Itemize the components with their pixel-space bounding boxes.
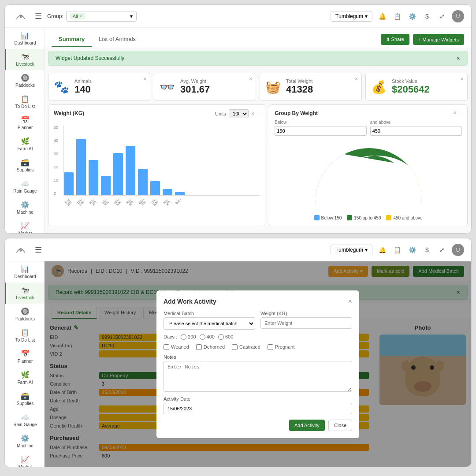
sidebar-item-todolist[interactable]: 📋 To Do List bbox=[5, 91, 44, 112]
below-value-input[interactable] bbox=[275, 126, 366, 136]
tab-summary[interactable]: Summary bbox=[52, 32, 92, 47]
bottom-settings-icon[interactable]: ⚙️ bbox=[407, 245, 417, 255]
widget-animals-close[interactable]: × bbox=[143, 76, 146, 82]
notifications-icon[interactable]: 🔔 bbox=[377, 11, 387, 22]
activity-date-input[interactable] bbox=[164, 403, 352, 414]
avgweight-icon: 👓 bbox=[160, 80, 175, 94]
bottom-header-right: Tumblegum 🔔 📋 ⚙️ $ ⤢ U bbox=[331, 244, 464, 256]
bottom-hamburger-icon[interactable]: ☰ bbox=[35, 245, 42, 255]
hamburger-icon[interactable]: ☰ bbox=[35, 11, 42, 21]
sidebar-item-farmai[interactable]: 🌿 Farm AI bbox=[5, 134, 44, 155]
bottom-sidebar-farmai[interactable]: 🌿 Farm AI bbox=[5, 367, 44, 388]
widget-avgweight-close[interactable]: × bbox=[249, 76, 252, 82]
bottom-sidebar-dashboard[interactable]: 📊 Dashboard bbox=[5, 261, 44, 283]
and-above-input[interactable] bbox=[370, 126, 462, 136]
reports-icon[interactable]: 📋 bbox=[392, 11, 402, 22]
group-chart-controls: × − bbox=[454, 109, 463, 116]
sidebar-item-raingauge[interactable]: ☁️ Rain Gauge bbox=[5, 176, 44, 197]
fullscreen-icon[interactable]: ⤢ bbox=[437, 11, 447, 22]
b-paddocks-icon: 🔘 bbox=[21, 307, 30, 316]
activity-date-label: Activity Date bbox=[164, 396, 352, 402]
units-select[interactable]: 100 bbox=[229, 109, 249, 118]
bottom-reports-icon[interactable]: 📋 bbox=[392, 245, 402, 255]
bar-5 bbox=[126, 146, 135, 195]
weaned-checkbox[interactable] bbox=[164, 344, 169, 350]
castrated-checkbox[interactable] bbox=[232, 344, 238, 350]
bottom-sidebar-market[interactable]: 📈 Market bbox=[5, 452, 44, 467]
top-panel: ☰ Group: All × Tumblegum 🔔 📋 ⚙️ $ ⤢ U bbox=[4, 4, 472, 234]
weight-input[interactable] bbox=[260, 317, 352, 329]
bar-1 bbox=[76, 139, 86, 195]
widget-animals: × 🐾 Animals 140 bbox=[48, 73, 150, 101]
bottom-sidebar-raingauge[interactable]: ☁️ Rain Gauge bbox=[5, 409, 44, 431]
bottom-notifications-icon[interactable]: 🔔 bbox=[377, 245, 387, 255]
medical-batch-select[interactable]: Please select the medical batch bbox=[164, 317, 255, 330]
manage-widgets-button[interactable]: + Manage Widgets bbox=[413, 34, 464, 45]
modal-add-activity-btn[interactable]: Add Activity bbox=[289, 420, 325, 431]
top-alert-close[interactable]: × bbox=[457, 55, 460, 62]
sidebar-item-dashboard[interactable]: 📊 Dashboard bbox=[5, 28, 44, 49]
bottom-sidebar-machine[interactable]: ⚙️ Machine bbox=[5, 431, 44, 452]
group-tag-remove[interactable]: × bbox=[80, 14, 82, 19]
days-400: 400 bbox=[200, 334, 215, 340]
tabs-right-actions: ⬆ Share + Manage Widgets bbox=[381, 34, 464, 45]
sidebar-item-machine[interactable]: ⚙️ Machine bbox=[5, 197, 44, 218]
bottom-sidebar-planner[interactable]: 📅 Planner bbox=[5, 346, 44, 367]
modal-overlay: Add Work Activity × Medical Batch Please… bbox=[45, 261, 471, 467]
weight-chart-close[interactable]: × bbox=[251, 111, 254, 117]
modal-title: Add Work Activity bbox=[164, 298, 216, 305]
top-header: ☰ Group: All × Tumblegum 🔔 📋 ⚙️ $ ⤢ U bbox=[5, 5, 471, 28]
modal-close-btn[interactable]: Close bbox=[328, 420, 352, 431]
bottom-sidebar-livestock[interactable]: 🐄 Livestock bbox=[5, 283, 44, 304]
sidebar-item-paddocks[interactable]: 🔘 Paddocks bbox=[5, 70, 44, 91]
supplies-icon: 🗃️ bbox=[21, 158, 30, 167]
group-chart-minimize[interactable]: − bbox=[459, 109, 463, 116]
tab-list-of-animals[interactable]: List of Animals bbox=[92, 32, 143, 47]
gauge-legend: Below 150 150 up to 450 450 and above bbox=[275, 215, 462, 220]
b-machine-icon: ⚙️ bbox=[21, 434, 30, 443]
bottom-sidebar-todo[interactable]: 📋 To Do List bbox=[5, 325, 44, 346]
svg-point-2 bbox=[20, 249, 22, 252]
sidebar-item-livestock[interactable]: 🐄 Livestock bbox=[5, 49, 44, 70]
bottom-avatar[interactable]: U bbox=[452, 244, 464, 256]
group-by-weight-chart: Group By Weight × − Below and above bbox=[269, 104, 468, 226]
bar-3 bbox=[101, 176, 111, 195]
tumblegum-btn[interactable]: Tumblegum bbox=[331, 11, 372, 22]
group-select[interactable]: All × bbox=[66, 11, 137, 22]
billing-icon[interactable]: $ bbox=[422, 11, 432, 22]
widget-totalweight-close[interactable]: × bbox=[355, 76, 358, 82]
days-600-radio[interactable] bbox=[218, 334, 224, 340]
sidebar-item-planner[interactable]: 📅 Planner bbox=[5, 112, 44, 134]
avatar[interactable]: U bbox=[452, 10, 464, 22]
widget-avg-weight: × 👓 Avg. Weight 301.67 bbox=[154, 73, 256, 101]
pregnant-checkbox[interactable] bbox=[268, 344, 273, 350]
sidebar-item-supplies[interactable]: 🗃️ Supplies bbox=[5, 155, 44, 176]
market-icon: 📈 bbox=[21, 222, 30, 230]
todo-icon: 📋 bbox=[21, 95, 30, 103]
modal-close-x[interactable]: × bbox=[348, 298, 352, 305]
bar-group-9 bbox=[175, 192, 185, 195]
days-400-radio[interactable] bbox=[200, 334, 205, 340]
bottom-fullscreen-icon[interactable]: ⤢ bbox=[437, 245, 447, 255]
legend-450-above: 450 and above bbox=[386, 215, 422, 220]
bottom-sidebar-paddocks[interactable]: 🔘 Paddocks bbox=[5, 304, 44, 325]
bottom-billing-icon[interactable]: $ bbox=[422, 245, 432, 255]
sidebar-item-market[interactable]: 📈 Market bbox=[5, 218, 44, 233]
b-planner-icon: 📅 bbox=[21, 350, 30, 358]
tumblegum-arrow bbox=[365, 13, 368, 19]
widget-total-weight: × 🧺 Total Weight 41328 bbox=[260, 73, 362, 101]
bottom-tumblegum-btn[interactable]: Tumblegum bbox=[331, 245, 372, 255]
notes-textarea[interactable] bbox=[164, 361, 352, 392]
bottom-sidebar-supplies[interactable]: 🗃️ Supplies bbox=[5, 388, 44, 409]
days-200-radio[interactable] bbox=[181, 334, 186, 340]
legend-150-450: 150 up to 450 bbox=[347, 215, 381, 220]
top-sidebar: 📊 Dashboard 🐄 Livestock 🔘 Paddocks 📋 To … bbox=[5, 28, 45, 233]
weight-chart-minimize[interactable]: − bbox=[257, 110, 260, 117]
group-dropdown-arrow bbox=[130, 13, 133, 19]
settings-icon[interactable]: ⚙️ bbox=[407, 11, 417, 22]
bar-6 bbox=[138, 169, 148, 195]
dehorned-checkbox[interactable] bbox=[196, 344, 202, 350]
share-button[interactable]: ⬆ Share bbox=[381, 34, 409, 45]
group-chart-close[interactable]: × bbox=[454, 110, 457, 116]
widget-stockvalue-close[interactable]: × bbox=[461, 76, 464, 82]
